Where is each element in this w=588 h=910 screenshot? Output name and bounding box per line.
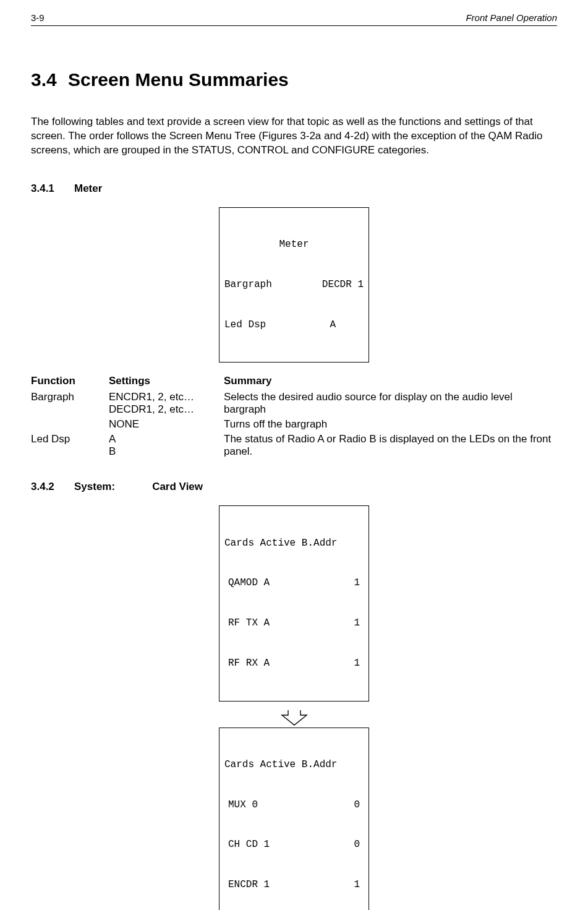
screen-row: RF RX A1 <box>224 657 364 671</box>
section-text: Screen Menu Summaries <box>68 69 289 90</box>
screen-cell: 1 <box>354 657 360 671</box>
meter-screen-box: Meter Bargraph DECDR 1 Led Dsp A <box>219 207 369 363</box>
td-summary: The status of Radio A or Radio B is disp… <box>224 432 557 459</box>
screen-cell: 1 <box>354 577 360 590</box>
table-row: Led Dsp A B The status of Radio A or Rad… <box>31 432 557 459</box>
screen-cell: ENCDR 1 <box>228 878 270 892</box>
td-settings: A B <box>109 432 224 459</box>
subheading-meter: 3.4.1Meter <box>31 182 557 195</box>
td-summary: Selects the desired audio source for dis… <box>224 390 557 417</box>
screen-row: MUX 00 <box>224 799 364 812</box>
td-summary: Turns off the bargraph <box>224 417 557 432</box>
th-function: Function <box>31 374 109 390</box>
screen-cell: QAMOD A <box>228 577 270 590</box>
meter-screen-title: Meter <box>224 238 364 252</box>
td-function <box>31 417 109 432</box>
screen-cell: Bargraph <box>224 278 272 292</box>
page-number: 3-9 <box>31 12 45 23</box>
cardview-screen-box: Cards Active B.Addr QAMOD A1 RF TX A1 RF… <box>219 505 369 701</box>
screen-cell: 0 <box>354 838 360 852</box>
th-settings: Settings <box>109 374 224 390</box>
screen-cell: MUX 0 <box>228 799 258 812</box>
section-title: 3.4Screen Menu Summaries <box>31 69 557 90</box>
sub-label-1: System: <box>74 481 115 492</box>
screen-cell: Led Dsp <box>224 319 266 332</box>
screen-cell: RF TX A <box>228 617 270 630</box>
screen-cell: 1 <box>354 617 360 630</box>
screen-header: Cards Active B.Addr <box>224 758 364 772</box>
screen-header: Cards Active B.Addr <box>224 537 364 551</box>
screen-row: Led Dsp A <box>224 319 364 332</box>
td-settings: ENCDR1, 2, etc… DECDR1, 2, etc… <box>109 390 224 417</box>
sub-num: 3.4.1 <box>31 182 74 195</box>
td-settings: NONE <box>109 417 224 432</box>
table-header-row: Function Settings Summary <box>31 374 557 390</box>
screen-cell: RF RX A <box>228 657 270 671</box>
arrow-down-icon <box>276 710 313 726</box>
header-section: Front Panel Operation <box>466 12 557 23</box>
screen-row: ENCDR 11 <box>224 878 364 892</box>
screen-row: Bargraph DECDR 1 <box>224 278 364 292</box>
sub-label: Meter <box>74 182 102 194</box>
sub-num: 3.4.2 <box>31 481 74 493</box>
td-function: Bargraph <box>31 390 109 417</box>
screen-row: RF TX A1 <box>224 617 364 630</box>
td-function: Led Dsp <box>31 432 109 459</box>
table-row: NONE Turns off the bargraph <box>31 417 557 432</box>
screen-cell: 1 <box>354 878 360 892</box>
screen-cell: DECDR 1 <box>322 278 364 292</box>
section-num: 3.4 <box>31 69 68 90</box>
screen-row: QAMOD A1 <box>224 577 364 590</box>
screen-row: CH CD 10 <box>224 838 364 852</box>
intro-paragraph: The following tables and text provide a … <box>31 115 557 158</box>
th-summary: Summary <box>224 374 557 390</box>
screen-cell: CH CD 1 <box>228 838 270 852</box>
page-header: 3-9 Front Panel Operation <box>31 12 557 26</box>
cardview-screen-box: Cards Active B.Addr MUX 00 CH CD 10 ENCD… <box>219 728 369 910</box>
table-row: Bargraph ENCDR1, 2, etc… DECDR1, 2, etc…… <box>31 390 557 417</box>
screen-cell: A <box>330 319 364 332</box>
sub-label-2: Card View <box>152 481 203 493</box>
subheading-cardview: 3.4.2System:Card View <box>31 481 557 493</box>
screen-cell: 0 <box>354 799 360 812</box>
meter-table: Function Settings Summary Bargraph ENCDR… <box>31 374 557 459</box>
